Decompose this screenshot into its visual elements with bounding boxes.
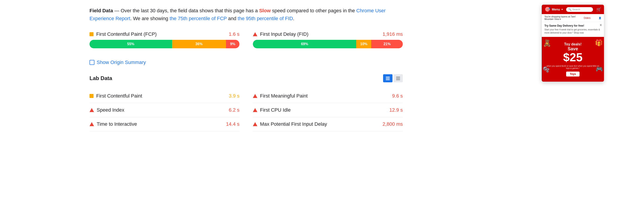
lab-data-title: Lab Data	[90, 75, 112, 82]
lab-speed-index-value: 6.2 s	[229, 107, 240, 113]
fid-metric-header: First Input Delay (FID) 1,916 ms	[253, 31, 403, 37]
lab-fcp-icon	[90, 94, 94, 98]
toy-decoration-left: 🧸	[543, 39, 551, 47]
lab-mpfid-value: 2,800 ms	[383, 121, 403, 127]
lab-fmp-value: 9.6 s	[392, 93, 403, 99]
lab-tti-left: Time to Interactive	[90, 121, 137, 127]
field-data-rest: speed compared to other pages in the	[271, 8, 356, 14]
fcp-icon-orange-square	[90, 32, 94, 36]
lab-data-section: Lab Data	[90, 74, 403, 131]
fid-bar-red: 21%	[371, 40, 403, 48]
target-notification-banner: ✕ Try Same Day Delivery for free! Start …	[542, 22, 604, 37]
target-ad-popup: 🎯 Menu ▾ 🔍 Search 🛒 You're shopping lope…	[542, 4, 604, 82]
lab-mpfid-left: Max Potential First Input Delay	[253, 121, 327, 127]
target-orders-label[interactable]: Orders	[584, 17, 590, 19]
target-menu-label: Menu	[552, 8, 560, 11]
target-account-icon[interactable]: 👤	[598, 17, 601, 19]
view-toggle-group	[383, 74, 403, 82]
fid-metric-name: First Input Delay (FID)	[260, 31, 308, 37]
fid-icon-red-triangle	[253, 32, 257, 36]
target-shopping-text: You're shopping lopens at 7am! Mountain …	[544, 16, 576, 20]
lab-metric-row-fcp: First Contentful Paint 3.9 s	[90, 89, 240, 103]
lab-fcp-left: First Contentful Paint	[90, 93, 142, 99]
fcp-progress-bar: 55% 36% 9%	[90, 40, 240, 48]
lab-metric-row-tti: Time to Interactive 14.4 s	[90, 117, 240, 131]
fid-bar-green: 69%	[253, 40, 356, 48]
fid-percentile-link[interactable]: the 95th percentile of FID	[238, 16, 293, 21]
lab-data-header: Lab Data	[90, 74, 403, 84]
lab-tti-icon	[90, 122, 94, 126]
target-search-bar[interactable]: 🔍 Search	[566, 7, 593, 12]
ad-fine-print: when you spend $100 or save $10 when you…	[546, 65, 600, 69]
lab-metric-row-mpfid: Max Potential First Input Delay 2,800 ms	[253, 117, 403, 131]
fcp-metric-card: First Contentful Paint (FCP) 1.6 s 55% 3…	[90, 29, 240, 50]
field-data-intro: Field Data — Over the last 30 days, the …	[90, 7, 403, 22]
fid-title-group: First Input Delay (FID)	[253, 31, 308, 37]
target-subheader: You're shopping lopens at 7am! Mountain …	[542, 14, 604, 22]
lab-first-cpu-idle-left: First CPU Idle	[253, 107, 291, 113]
origin-summary-section: Show Origin Summary	[90, 60, 528, 65]
fid-metric-card: First Input Delay (FID) 1,916 ms 69% 10%…	[253, 29, 403, 50]
slow-badge: Slow	[259, 8, 270, 14]
list-view-icon	[386, 77, 390, 80]
notification-text: Start your free 4-week trial to get groc…	[544, 28, 601, 34]
fcp-bar-green: 55%	[90, 40, 172, 48]
fcp-bar-red: 9%	[226, 40, 240, 48]
lab-speed-index-icon	[90, 108, 94, 112]
field-data-and: and	[227, 16, 238, 21]
lab-metrics-grid: First Contentful Paint 3.9 s Speed Index…	[90, 89, 403, 131]
target-logo-group: 🎯 Menu ▾	[544, 6, 563, 12]
lab-fcp-name: First Contentful Paint	[96, 93, 142, 99]
fcp-bar-orange: 36%	[172, 40, 226, 48]
field-data-dash: — Over the last 30 days, the field data …	[113, 8, 259, 14]
lab-metrics-left-column: First Contentful Paint 3.9 s Speed Index…	[90, 89, 240, 131]
show-origin-summary-button[interactable]: Show Origin Summary	[90, 60, 146, 65]
lab-fmp-left: First Meaningful Paint	[253, 93, 308, 99]
fid-metric-value: 1,916 ms	[383, 31, 403, 37]
target-cart-icon[interactable]: 🛒	[596, 7, 601, 12]
fid-bar-orange: 10%	[356, 40, 371, 48]
lab-tti-name: Time to Interactive	[97, 121, 137, 127]
origin-summary-label: Show Origin Summary	[97, 60, 146, 65]
fcp-metric-header: First Contentful Paint (FCP) 1.6 s	[90, 31, 240, 37]
fcp-percentile-link[interactable]: the 75th percentile of FCP	[170, 16, 227, 21]
lab-fcp-value: 3.9 s	[229, 93, 240, 99]
target-logo-icon: 🎯	[544, 6, 550, 12]
field-data-end: .	[293, 16, 294, 21]
lab-fmp-name: First Meaningful Paint	[260, 93, 308, 99]
toggle-grid-view-button[interactable]	[394, 74, 403, 82]
lab-speed-index-left: Speed Index	[90, 107, 124, 113]
lab-metric-row-fmp: First Meaningful Paint 9.6 s	[253, 89, 403, 103]
lab-metric-row-first-cpu-idle: First CPU Idle 12.9 s	[253, 103, 403, 117]
lab-first-cpu-idle-icon	[253, 108, 257, 112]
lab-metric-row-speed-index: Speed Index 6.2 s	[90, 103, 240, 117]
lab-tti-value: 14.4 s	[226, 121, 240, 127]
toy-decoration-right: 🎁	[595, 39, 603, 46]
toys-button[interactable]: Toys	[566, 72, 579, 76]
notification-title: Try Same Day Delivery for free!	[544, 24, 601, 27]
toy-deals-text: Toy deals!	[564, 42, 582, 46]
fid-progress-bar: 69% 10% 21%	[253, 40, 403, 48]
grid-view-icon	[396, 77, 400, 80]
price-text: $25	[563, 52, 583, 63]
target-menu-chevron: ▾	[562, 8, 563, 11]
target-search-placeholder: Search	[572, 8, 580, 11]
field-data-label: Field Data	[90, 8, 113, 14]
fcp-metric-name: First Contentful Paint (FCP)	[96, 31, 157, 37]
lab-first-cpu-idle-value: 12.9 s	[389, 107, 403, 113]
target-ad-image: 🧸 🎁 🫧 🎮 Toy deals! Save $25 when you spe…	[542, 37, 604, 82]
field-data-mid: . We are showing	[130, 16, 170, 21]
target-header: 🎯 Menu ▾ 🔍 Search 🛒	[542, 5, 604, 14]
notification-close-button[interactable]: ✕	[600, 23, 602, 27]
fcp-metric-value: 1.6 s	[229, 31, 240, 37]
lab-mpfid-icon	[253, 122, 257, 126]
lab-speed-index-name: Speed Index	[97, 107, 124, 113]
origin-summary-checkbox-icon	[90, 60, 94, 65]
lab-mpfid-name: Max Potential First Input Delay	[260, 121, 327, 127]
lab-fmp-icon	[253, 94, 257, 98]
search-icon: 🔍	[568, 8, 572, 11]
lab-metrics-right-column: First Meaningful Paint 9.6 s First CPU I…	[253, 89, 403, 131]
fcp-title-group: First Contentful Paint (FCP)	[90, 31, 157, 37]
toggle-list-view-button[interactable]	[383, 74, 392, 82]
lab-first-cpu-idle-name: First CPU Idle	[260, 107, 291, 113]
